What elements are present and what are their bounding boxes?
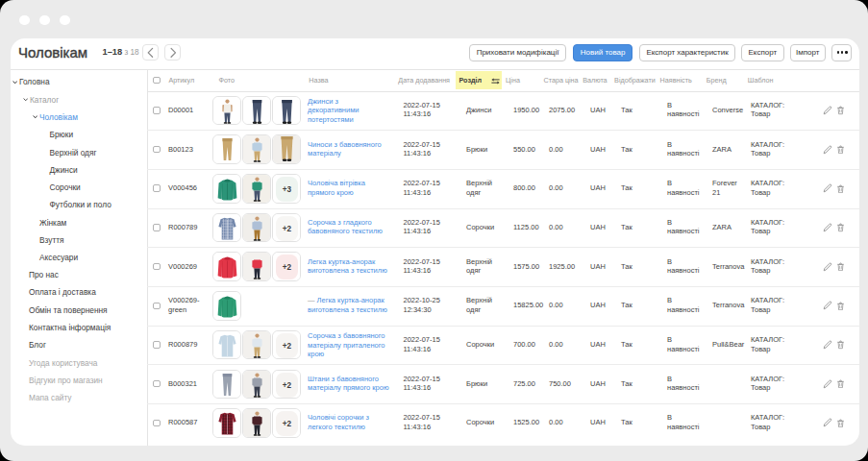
svg-text:+2: +2 (283, 342, 292, 351)
svg-text:+2: +2 (283, 225, 292, 233)
svg-text:+2: +2 (283, 264, 292, 273)
svg-text:+3: +3 (283, 185, 292, 194)
svg-text:+2: +2 (283, 420, 292, 428)
svg-text:+2: +2 (283, 381, 292, 390)
